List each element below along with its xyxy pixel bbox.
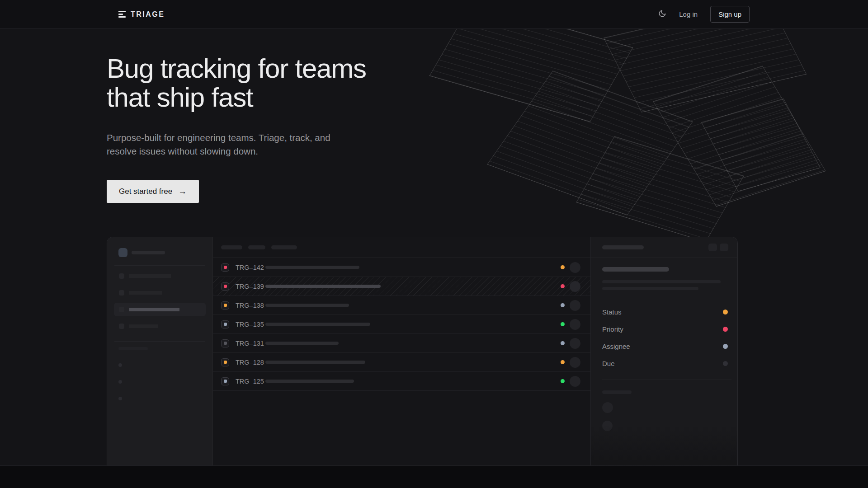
status-dot [561, 341, 565, 345]
issue-id: TRG–139 [236, 283, 265, 290]
issue-title-skeleton [602, 267, 669, 272]
issue-title-skeleton [265, 323, 370, 326]
detail-panel-header [591, 237, 737, 258]
get-started-button[interactable]: Get started free → [107, 180, 199, 203]
sidebar-item-active [114, 303, 206, 316]
brand-logo[interactable]: TRIAGE [118, 10, 165, 19]
issue-type-icon [221, 301, 229, 310]
moon-icon [658, 9, 666, 19]
mockup-detail-panel: Status Priority Assignee Due [591, 237, 737, 465]
assignee-avatar [570, 281, 580, 292]
sidebar-item-icon [119, 324, 124, 329]
triage-logo-icon [118, 11, 126, 18]
filter-pill-skeleton [271, 245, 297, 249]
issue-id: TRG–128 [236, 359, 265, 366]
assignee-avatar [570, 300, 580, 311]
issue-type-icon [221, 320, 229, 328]
field-label: Assignee [602, 343, 630, 350]
status-dot [561, 265, 565, 269]
issue-title-skeleton [265, 266, 359, 269]
issue-id: TRG–135 [236, 321, 265, 328]
field-row: Due [591, 355, 737, 372]
sidebar-item [114, 269, 206, 283]
wireframe-plane [487, 70, 693, 216]
app-preview-mockup: TRG–142 TRG–139 TRG–138 [107, 237, 738, 465]
signup-button[interactable]: Sign up [710, 6, 750, 23]
sidebar-item-icon [119, 307, 124, 312]
hero-heading: Bug tracking for teamsthat ship fast [107, 54, 366, 112]
skeleton-line [602, 287, 698, 290]
hero-subtext: Purpose-built for engineering teams. Tri… [107, 131, 330, 158]
field-label: Status [602, 308, 622, 316]
sidebar-item [114, 319, 206, 333]
status-dot [561, 284, 565, 288]
issue-row: TRG–128 [213, 353, 590, 372]
login-link[interactable]: Log in [679, 10, 698, 18]
status-dot [561, 322, 565, 326]
divider [114, 265, 205, 266]
wireframe-plane [653, 66, 826, 207]
issue-row: TRG–131 [213, 334, 590, 353]
panel-button-skeleton [720, 244, 728, 251]
skeleton-bar [118, 347, 148, 350]
wireframe-plane [604, 29, 807, 113]
issue-type-icon [221, 358, 229, 366]
skeleton-bar [129, 291, 162, 295]
issue-title-skeleton [265, 380, 354, 383]
assignee-avatar [570, 376, 580, 387]
workspace-avatar [118, 248, 127, 257]
skeleton-bar [129, 324, 158, 328]
skeleton-bar [602, 245, 644, 249]
skeleton-dot [118, 363, 122, 367]
status-dot [561, 303, 565, 307]
field-label: Due [602, 360, 615, 367]
skeleton-bar [132, 251, 165, 254]
comment-avatar-skeleton [602, 421, 613, 431]
issue-row: TRG–135 [213, 315, 590, 334]
field-row: Priority [591, 320, 737, 338]
issue-type-icon [221, 282, 229, 291]
issue-title-skeleton [265, 304, 349, 307]
issue-title-skeleton [265, 342, 339, 345]
issue-row: TRG–138 [213, 296, 590, 315]
field-value-dot [723, 344, 728, 349]
brand-name: TRIAGE [131, 10, 165, 19]
arrow-right-icon: → [178, 187, 187, 196]
issue-row-selected: TRG–139 [213, 277, 590, 296]
skeleton-bar [129, 308, 179, 311]
landing-page: TRIAGE Log in Sign up Bug tracking fo [0, 0, 868, 488]
skeleton-line [602, 280, 721, 283]
filter-pill-skeleton [221, 245, 242, 249]
skeleton-bar [602, 390, 632, 394]
theme-toggle-button[interactable] [658, 9, 666, 19]
top-nav: TRIAGE Log in Sign up [0, 0, 868, 29]
issue-id: TRG–125 [236, 378, 265, 385]
assignee-avatar [570, 262, 580, 273]
wireframe-plane [576, 136, 744, 242]
nav-actions: Log in Sign up [658, 6, 750, 23]
status-dot [561, 360, 565, 364]
issue-row: TRG–142 [213, 258, 590, 277]
issue-id: TRG–131 [236, 340, 265, 347]
issue-row: TRG–125 [213, 372, 590, 391]
field-value-dot [723, 310, 728, 314]
hero-section: Bug tracking for teamsthat ship fast Pur… [0, 29, 868, 465]
issue-id: TRG–138 [236, 302, 265, 309]
issue-type-icon [221, 263, 229, 272]
issue-type-icon [221, 377, 229, 385]
footer [0, 465, 868, 488]
field-row: Status [591, 303, 737, 320]
skeleton-bar [129, 274, 171, 278]
divider [602, 380, 731, 380]
assignee-avatar [570, 338, 580, 349]
wireframe-plane [429, 29, 633, 122]
divider [114, 341, 205, 342]
issue-type-icon [221, 339, 229, 347]
sidebar-nav [107, 269, 212, 333]
detail-fields: Status Priority Assignee Due [591, 303, 737, 372]
field-label: Priority [602, 325, 623, 333]
comment-avatar-skeleton [602, 402, 613, 413]
sidebar-item-icon [119, 273, 124, 279]
workspace-row [107, 237, 212, 257]
panel-button-skeleton [708, 244, 717, 251]
